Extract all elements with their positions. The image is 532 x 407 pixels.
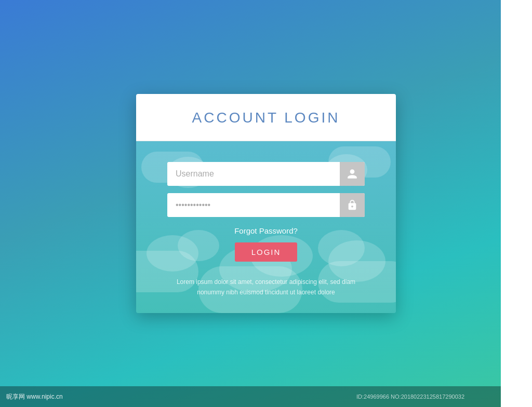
username-field-wrapper — [167, 162, 365, 186]
card-header: ACCOUNT LOGIN — [136, 94, 396, 141]
login-button[interactable]: LOGIN — [235, 242, 297, 262]
card-body: Forgot Password? LOGIN Lorem ipsum dolor… — [136, 141, 396, 313]
footer-text: Lorem ipsum dolor sit amet, consectetur … — [167, 277, 365, 297]
page-title: ACCOUNT LOGIN — [157, 110, 375, 126]
username-input[interactable] — [167, 162, 340, 186]
bottom-bar: 昵享网 www.nipic.cn ID:24969966 NO:20180223… — [0, 386, 501, 407]
password-field-group — [167, 193, 365, 217]
password-input[interactable] — [167, 193, 340, 217]
right-strip — [501, 0, 532, 407]
id-watermark: ID:24969966 NO:20180223125817290032 — [356, 394, 464, 400]
forgot-password-link[interactable]: Forgot Password? — [167, 226, 365, 235]
login-card: ACCOUNT LOGIN — [136, 94, 396, 313]
username-field-group — [167, 162, 365, 186]
lock-icon — [340, 193, 365, 217]
site-watermark: 昵享网 www.nipic.cn — [6, 392, 63, 401]
user-icon — [340, 162, 365, 186]
password-field-wrapper — [167, 193, 365, 217]
